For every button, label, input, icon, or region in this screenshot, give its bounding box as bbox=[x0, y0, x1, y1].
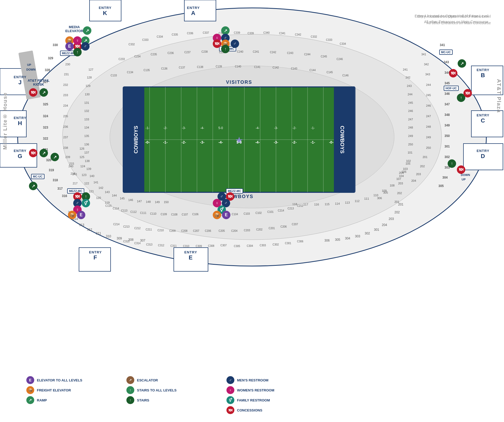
svg-text:233: 233 bbox=[63, 94, 68, 97]
svg-text:238: 238 bbox=[63, 146, 68, 149]
svg-text:C139: C139 bbox=[216, 65, 222, 68]
svg-text:COWBOYS: COWBOYS bbox=[133, 126, 139, 154]
ramp-icon-j[interactable]: ↗ bbox=[39, 88, 48, 97]
svg-text:5-0: 5-0 bbox=[218, 126, 223, 130]
stairs-d[interactable]: ↑ bbox=[448, 159, 456, 168]
svg-text:C208: C208 bbox=[181, 229, 187, 232]
svg-text:C308: C308 bbox=[208, 244, 214, 247]
stairs-all-2[interactable]: ↑ bbox=[221, 45, 230, 53]
svg-text:C143: C143 bbox=[291, 67, 297, 70]
legend-stairs-icon: ↑ bbox=[126, 396, 134, 404]
legend-womens-icon: ♀ bbox=[226, 386, 234, 394]
svg-text:108: 108 bbox=[390, 184, 394, 187]
svg-text:C237: C237 bbox=[184, 51, 191, 54]
svg-text:-2-: -2- bbox=[293, 126, 297, 130]
svg-text:341: 341 bbox=[421, 53, 426, 56]
svg-text:318: 318 bbox=[53, 178, 58, 182]
svg-text:-4-: -4- bbox=[255, 140, 260, 144]
svg-text:C134: C134 bbox=[127, 71, 133, 74]
svg-text:120: 120 bbox=[96, 196, 101, 199]
entry-e: ENTRYE bbox=[184, 250, 197, 261]
ramp-icon-2[interactable]: ↗ bbox=[83, 26, 91, 35]
entry-g: ENTRYG bbox=[14, 149, 27, 160]
svg-text:304: 304 bbox=[442, 176, 448, 179]
svg-text:C234: C234 bbox=[134, 55, 141, 58]
svg-text:5-0: 5-0 bbox=[236, 140, 242, 144]
svg-text:-4-: -4- bbox=[200, 126, 204, 130]
info-box: Entry A located on Optum Hall of Fame Le… bbox=[417, 13, 491, 26]
svg-text:C246: C246 bbox=[337, 58, 343, 61]
legend-mens-label: MEN'S RESTROOM bbox=[237, 378, 268, 382]
concessions-2[interactable]: 🍽 bbox=[213, 40, 221, 48]
svg-text:C313: C313 bbox=[146, 243, 152, 246]
svg-text:204: 204 bbox=[411, 179, 416, 182]
svg-text:C101: C101 bbox=[267, 210, 274, 213]
legend-escalator: ↗ ESCALATOR bbox=[126, 376, 221, 384]
svg-text:C342: C342 bbox=[295, 33, 301, 36]
womens-restroom-1[interactable]: ♀ bbox=[73, 36, 82, 45]
svg-text:319: 319 bbox=[49, 168, 54, 172]
svg-text:C213: C213 bbox=[288, 207, 294, 210]
mc-uc-label-bottom-left: MC-UC bbox=[31, 174, 45, 179]
svg-text:C314: C314 bbox=[134, 242, 141, 245]
svg-text:328: 328 bbox=[45, 68, 50, 72]
att-retail-label: AT&T RETAILKIOSK bbox=[28, 78, 50, 86]
svg-text:244: 244 bbox=[426, 83, 431, 86]
svg-text:232: 232 bbox=[63, 83, 68, 86]
svg-text:C340: C340 bbox=[263, 31, 270, 34]
freight-br[interactable]: 📦 bbox=[213, 211, 221, 219]
entry-k: ENTRYK bbox=[99, 6, 112, 17]
ramp-mc-uc[interactable]: ↗ bbox=[29, 182, 37, 190]
svg-text:C303: C303 bbox=[260, 244, 266, 247]
svg-text:VISITORS: VISITORS bbox=[226, 80, 252, 85]
elevator-bl[interactable]: E bbox=[77, 211, 85, 219]
concessions-3[interactable]: 🍽 bbox=[449, 69, 457, 77]
family-bl[interactable]: ⚥ bbox=[82, 199, 90, 207]
legend-ramp-label: RAMP bbox=[37, 398, 47, 402]
legend-womens: ♀ WOMEN'S RESTROOM bbox=[226, 386, 321, 394]
legend-elevator-label: ELEVATOR TO ALL LEVELS bbox=[37, 378, 82, 382]
svg-text:125: 125 bbox=[80, 155, 84, 159]
svg-text:349: 349 bbox=[444, 124, 450, 127]
concessions-j[interactable]: 🍽 bbox=[29, 88, 37, 97]
svg-text:306: 306 bbox=[324, 239, 330, 242]
concessions-g[interactable]: 🍽 bbox=[29, 149, 37, 157]
elevator-1[interactable]: E bbox=[65, 42, 74, 51]
svg-text:105: 105 bbox=[406, 162, 410, 165]
concessions-d[interactable]: 🍽 bbox=[457, 165, 465, 174]
svg-text:C146: C146 bbox=[342, 74, 349, 77]
ramp-icon-4[interactable]: ↗ bbox=[458, 59, 466, 68]
legend-freight: 📦 FREIGHT ELEVATOR bbox=[26, 386, 121, 394]
mens-restroom-3[interactable]: ♂ bbox=[231, 40, 239, 48]
svg-text:304: 304 bbox=[345, 237, 350, 240]
svg-text:305: 305 bbox=[335, 238, 340, 242]
svg-text:C332: C332 bbox=[311, 35, 317, 38]
svg-text:148: 148 bbox=[146, 200, 151, 203]
concessions-b[interactable]: 🍽 bbox=[463, 89, 472, 97]
legend-mens-icon: ♂ bbox=[226, 376, 234, 384]
legend-escalator-icon: ↗ bbox=[126, 376, 134, 384]
ramp-icon-g2[interactable]: ↗ bbox=[51, 153, 59, 161]
svg-text:-3-: -3- bbox=[274, 140, 278, 144]
stairs-all-1[interactable]: ↑ bbox=[73, 48, 82, 56]
svg-text:C310: C310 bbox=[183, 245, 189, 248]
ramp-icon-g[interactable]: ↗ bbox=[39, 149, 48, 157]
svg-text:C304: C304 bbox=[247, 244, 253, 247]
svg-text:C214: C214 bbox=[113, 223, 120, 226]
svg-text:245: 245 bbox=[408, 101, 413, 104]
svg-text:C138: C138 bbox=[197, 66, 203, 68]
svg-text:C241: C241 bbox=[253, 50, 259, 53]
svg-text:250: 250 bbox=[426, 146, 431, 149]
mens-restroom-1[interactable]: ♂ bbox=[81, 42, 90, 51]
elevator-br[interactable]: E bbox=[222, 211, 230, 219]
svg-text:347: 347 bbox=[444, 102, 450, 106]
svg-text:138: 138 bbox=[85, 159, 90, 163]
svg-text:-1-: -1- bbox=[146, 126, 150, 130]
legend-ramp: ↗ RAMP bbox=[26, 396, 121, 404]
freight-bl[interactable]: 📦 bbox=[68, 211, 76, 219]
info-line1: Entry A located on Optum Hall of Fame Le… bbox=[417, 13, 491, 20]
svg-text:C339: C339 bbox=[234, 31, 240, 34]
entry-h: ENTRYH bbox=[14, 116, 27, 127]
svg-text:C337: C337 bbox=[203, 31, 209, 34]
svg-text:C144: C144 bbox=[309, 69, 316, 72]
